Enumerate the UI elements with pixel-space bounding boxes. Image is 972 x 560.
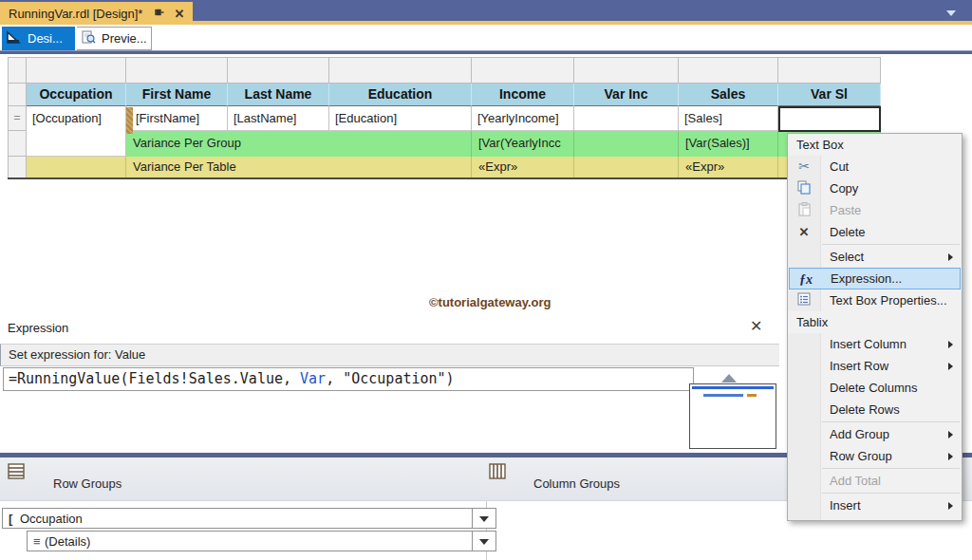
cell-firstname-field[interactable]: [FirstName] bbox=[126, 106, 228, 131]
popup-title-bar bbox=[692, 386, 774, 389]
menu-item-delete-columns[interactable]: Delete Columns bbox=[788, 377, 962, 399]
column-handle-sales[interactable] bbox=[679, 57, 778, 84]
menu-item-expression[interactable]: ƒx Expression... bbox=[789, 268, 961, 289]
header-cell-income[interactable]: Income bbox=[472, 84, 574, 106]
column-handle-varinc[interactable] bbox=[574, 57, 679, 84]
menu-item-select[interactable]: Select bbox=[788, 246, 962, 268]
fx-expression-icon: ƒx bbox=[796, 271, 815, 288]
table-variance-occupation-cell[interactable] bbox=[27, 157, 126, 177]
toolbar-separator bbox=[0, 50, 972, 54]
expression-prompt: Set expression for: Value bbox=[0, 344, 779, 366]
menu-separator bbox=[822, 493, 960, 494]
column-handle-education[interactable] bbox=[329, 57, 472, 84]
table-variance-label-cell[interactable]: Variance Per Table bbox=[126, 157, 472, 177]
row-group-dropdown-icon[interactable] bbox=[472, 509, 495, 528]
submenu-arrow-icon bbox=[948, 453, 953, 460]
menu-item-textbox-properties[interactable]: Text Box Properties... bbox=[788, 289, 962, 311]
cell-sales-field[interactable]: [Sales] bbox=[679, 106, 778, 131]
report-designer-window: RunningVar.rdl [Design]* ✕ Desi... Previ… bbox=[0, 0, 972, 560]
menu-item-insert[interactable]: Insert bbox=[788, 495, 962, 516]
column-handle-occupation[interactable] bbox=[27, 57, 126, 84]
row-group-label: (Details) bbox=[45, 532, 90, 551]
preview-tab-label: Previe... bbox=[102, 31, 147, 46]
tab-design[interactable]: Desi... bbox=[2, 27, 75, 50]
delete-icon: ✕ bbox=[794, 224, 813, 240]
menu-item-delete[interactable]: ✕ Delete bbox=[788, 221, 962, 243]
menu-item-delete-rows[interactable]: Delete Rows bbox=[788, 399, 962, 420]
tab-preview[interactable]: Previe... bbox=[77, 27, 152, 50]
row-handle-details[interactable]: = bbox=[8, 106, 27, 131]
header-cell-education[interactable]: Education bbox=[329, 84, 472, 106]
menu-separator bbox=[822, 421, 960, 422]
column-handle-income[interactable] bbox=[472, 57, 574, 84]
menu-item-insert-column[interactable]: Insert Column bbox=[788, 333, 962, 355]
cell-varinc-field[interactable] bbox=[574, 106, 679, 131]
document-tab-title: RunningVar.rdl [Design]* bbox=[9, 7, 142, 21]
table-variance-income-cell[interactable]: «Expr» bbox=[472, 157, 574, 177]
group-bracket-icon: [ bbox=[9, 509, 12, 529]
menu-separator bbox=[822, 244, 960, 245]
row-group-item-details[interactable]: ≡ (Details) bbox=[27, 531, 496, 551]
group-variance-varinc-cell[interactable] bbox=[574, 131, 679, 157]
popup-text-line bbox=[703, 394, 743, 397]
cut-icon: ✂ bbox=[794, 159, 813, 175]
header-cell-occupation[interactable]: Occupation bbox=[27, 84, 126, 106]
menu-item-add-group[interactable]: Add Group bbox=[788, 423, 962, 445]
submenu-arrow-icon bbox=[948, 502, 953, 510]
cell-lastname-field[interactable]: [LastName] bbox=[228, 106, 329, 131]
expression-code-editor[interactable]: =RunningValue(Fields!Sales.Value, Var, "… bbox=[3, 367, 694, 391]
header-cell-sales[interactable]: Sales bbox=[679, 84, 778, 106]
cell-occupation-field[interactable]: [Occupation] bbox=[27, 106, 126, 157]
row-groups-icon bbox=[8, 463, 25, 483]
cell-selection-handle[interactable] bbox=[126, 107, 133, 134]
pin-icon[interactable] bbox=[154, 7, 164, 21]
row-handle-group-total[interactable] bbox=[8, 131, 27, 157]
expression-close-icon[interactable]: ✕ bbox=[750, 317, 762, 335]
row-group-label: Occupation bbox=[20, 509, 83, 529]
menu-item-paste[interactable]: Paste bbox=[788, 199, 962, 221]
column-handle-varsl[interactable] bbox=[778, 57, 881, 84]
column-handle-lastname[interactable] bbox=[228, 57, 329, 84]
column-handle-firstname[interactable] bbox=[126, 57, 228, 84]
menu-item-row-group[interactable]: Row Group bbox=[788, 445, 962, 467]
header-cell-firstname[interactable]: First Name bbox=[126, 84, 228, 106]
group-variance-label-cell[interactable]: Variance Per Group bbox=[126, 131, 472, 157]
menu-item-copy[interactable]: Copy bbox=[788, 177, 962, 199]
table-variance-sales-cell[interactable]: «Expr» bbox=[679, 157, 778, 177]
row-group-dropdown-icon[interactable] bbox=[472, 532, 495, 551]
code-suffix: , "Occupation") bbox=[326, 370, 454, 387]
popup-text-accent bbox=[747, 394, 757, 397]
row-groups-label: Row Groups bbox=[53, 457, 122, 501]
copy-icon bbox=[794, 180, 813, 196]
row-handle-header[interactable] bbox=[8, 84, 27, 106]
submenu-arrow-icon bbox=[948, 363, 953, 370]
menu-separator bbox=[822, 468, 960, 469]
menu-item-add-total[interactable]: Add Total bbox=[788, 470, 962, 492]
table-corner-handle[interactable] bbox=[8, 57, 27, 84]
header-cell-lastname[interactable]: Last Name bbox=[228, 84, 329, 106]
menu-item-insert-row[interactable]: Insert Row bbox=[788, 355, 962, 377]
table-variance-varinc-cell[interactable] bbox=[574, 157, 679, 177]
scroll-up-icon[interactable] bbox=[721, 374, 737, 383]
code-prefix: =RunningValue(Fields!Sales.Value, bbox=[9, 370, 300, 387]
row-handle-table-total[interactable] bbox=[8, 157, 27, 178]
code-keyword: Var bbox=[300, 370, 326, 387]
paste-icon bbox=[794, 202, 813, 218]
close-tab-icon[interactable]: ✕ bbox=[174, 7, 184, 21]
document-tab[interactable]: RunningVar.rdl [Design]* ✕ bbox=[0, 2, 193, 25]
group-variance-sales-cell[interactable]: [Var(Sales)] bbox=[679, 131, 778, 157]
cell-varsl-selected[interactable] bbox=[778, 106, 881, 132]
row-group-item-occupation[interactable]: [ Occupation bbox=[2, 508, 496, 529]
header-cell-varinc[interactable]: Var Inc bbox=[574, 84, 679, 106]
cell-education-field[interactable]: [Education] bbox=[329, 106, 472, 131]
menu-item-cut[interactable]: ✂ Cut bbox=[788, 156, 962, 177]
group-variance-income-cell[interactable]: [Var(YearlyIncc bbox=[472, 131, 574, 157]
submenu-arrow-icon bbox=[948, 341, 953, 348]
tab-list-dropdown-icon[interactable] bbox=[946, 10, 956, 16]
watermark-text: ©tutorialgateway.org bbox=[429, 295, 551, 309]
expression-panel-title: Expression bbox=[8, 321, 68, 335]
cell-income-field[interactable]: [YearlyIncome] bbox=[472, 106, 574, 131]
properties-icon bbox=[794, 292, 813, 308]
intellisense-preview-popup bbox=[689, 383, 776, 449]
header-cell-varsl[interactable]: Var Sl bbox=[778, 84, 881, 106]
